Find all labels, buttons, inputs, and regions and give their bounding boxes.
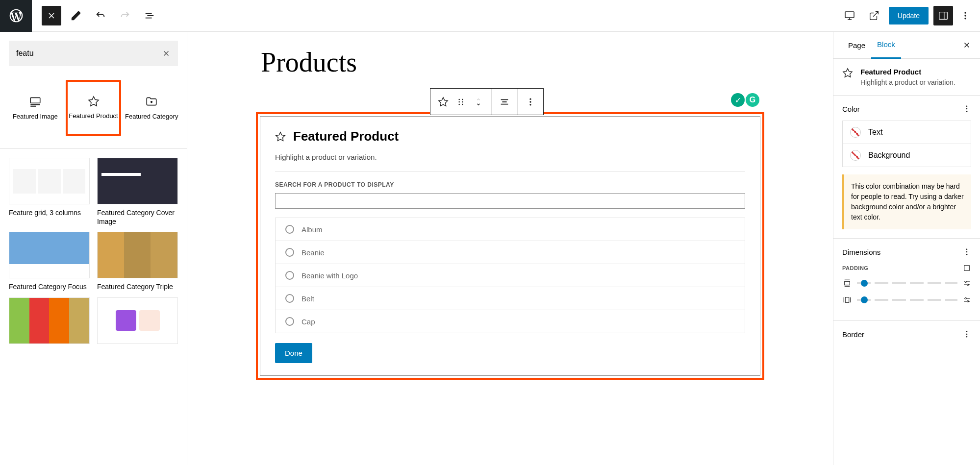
svg-point-8 bbox=[458, 101, 460, 102]
product-option[interactable]: Cap bbox=[276, 310, 745, 333]
product-search-input[interactable] bbox=[275, 193, 745, 209]
block-item-featured-product[interactable]: Featured Product bbox=[66, 80, 122, 136]
pattern-label: Featured Category Triple bbox=[97, 282, 178, 291]
svg-point-36 bbox=[967, 301, 969, 302]
svg-point-11 bbox=[462, 101, 463, 102]
svg-point-5 bbox=[964, 18, 966, 19]
settings-icon[interactable] bbox=[962, 279, 971, 288]
color-label: Background bbox=[868, 151, 910, 160]
section-menu-icon[interactable] bbox=[962, 247, 971, 256]
pattern-thumb bbox=[9, 158, 90, 204]
product-option[interactable]: Album bbox=[276, 218, 745, 241]
contrast-warning: This color combination may be hard for p… bbox=[842, 174, 971, 229]
options-menu[interactable] bbox=[958, 6, 973, 25]
product-list: Album Beanie Beanie with Logo Belt Cap bbox=[275, 218, 745, 333]
section-title: Dimensions bbox=[842, 248, 880, 256]
unlink-icon[interactable] bbox=[962, 264, 971, 272]
external-link-icon[interactable] bbox=[864, 6, 884, 25]
editor-canvas: Products bbox=[187, 32, 833, 465]
svg-point-17 bbox=[966, 108, 968, 110]
block-search-input[interactable] bbox=[16, 49, 162, 58]
pattern-item[interactable]: Featured Category Cover Image bbox=[97, 158, 178, 226]
color-section: Color Text Background This color combina… bbox=[833, 96, 980, 239]
pattern-item[interactable] bbox=[9, 297, 90, 348]
product-option[interactable]: Beanie with Logo bbox=[276, 264, 745, 287]
done-button[interactable]: Done bbox=[275, 343, 312, 363]
drag-handle-icon[interactable] bbox=[452, 93, 470, 111]
svg-rect-23 bbox=[845, 281, 850, 285]
settings-sidebar: Page Block Featured Product Highlight a … bbox=[833, 32, 980, 465]
tab-block[interactable]: Block bbox=[871, 32, 901, 59]
pattern-thumb bbox=[9, 232, 90, 278]
color-background-row[interactable]: Background bbox=[842, 144, 971, 167]
block-item-featured-image[interactable]: Featured Image bbox=[7, 80, 63, 136]
pattern-item[interactable] bbox=[97, 297, 178, 348]
settings-panel-toggle[interactable] bbox=[933, 6, 953, 25]
search-label: SEARCH FOR A PRODUCT TO DISPLAY bbox=[275, 181, 745, 188]
svg-point-3 bbox=[964, 12, 966, 14]
svg-point-37 bbox=[966, 331, 968, 332]
toolbar-left bbox=[32, 6, 159, 25]
pattern-thumb bbox=[97, 158, 178, 204]
padding-horizontal-slider[interactable] bbox=[842, 295, 971, 305]
pattern-results: Feature grid, 3 columns Featured Categor… bbox=[0, 149, 187, 357]
update-button[interactable]: Update bbox=[889, 7, 929, 24]
color-text-row[interactable]: Text bbox=[842, 121, 971, 144]
list-view-button[interactable] bbox=[140, 6, 159, 25]
pattern-item[interactable]: Featured Category Triple bbox=[97, 232, 178, 291]
undo-button[interactable] bbox=[91, 6, 110, 25]
product-option[interactable]: Belt bbox=[276, 287, 745, 310]
page-title[interactable]: Products bbox=[202, 32, 818, 78]
section-title: Color bbox=[842, 105, 860, 113]
move-buttons[interactable] bbox=[470, 93, 487, 111]
settings-icon[interactable] bbox=[962, 295, 971, 304]
svg-point-20 bbox=[966, 251, 968, 253]
grammarly-badge-icon[interactable]: G bbox=[746, 93, 759, 107]
align-button[interactable] bbox=[496, 93, 513, 111]
svg-point-35 bbox=[965, 298, 966, 299]
search-input-wrap bbox=[9, 41, 178, 66]
edit-icon[interactable] bbox=[66, 6, 86, 25]
pattern-thumb bbox=[97, 297, 178, 344]
desktop-view-icon[interactable] bbox=[840, 6, 859, 25]
block-info-section: Featured Product Highlight a product or … bbox=[833, 59, 980, 96]
block-item-featured-category[interactable]: Featured Category bbox=[124, 80, 179, 136]
block-label: Featured Image bbox=[13, 113, 58, 121]
block-toolbar bbox=[430, 88, 544, 115]
sidebar-tabs: Page Block bbox=[833, 32, 980, 59]
pattern-label: Featured Category Focus bbox=[9, 282, 90, 291]
toolbar-right: Update bbox=[840, 6, 980, 25]
wp-logo[interactable] bbox=[0, 0, 32, 32]
radio-icon bbox=[285, 271, 294, 280]
svg-point-38 bbox=[966, 334, 968, 335]
section-title: Border bbox=[842, 330, 864, 339]
pattern-item[interactable]: Featured Category Focus bbox=[9, 232, 90, 291]
svg-point-18 bbox=[966, 111, 968, 112]
block-type-icon[interactable] bbox=[434, 93, 452, 111]
close-inserter-button[interactable] bbox=[42, 6, 61, 25]
jetpack-badge-icon[interactable]: ✓ bbox=[731, 93, 745, 107]
block-label: Featured Product bbox=[69, 112, 118, 121]
svg-point-19 bbox=[966, 248, 968, 250]
svg-point-39 bbox=[966, 336, 968, 338]
section-menu-icon[interactable] bbox=[962, 104, 971, 113]
section-menu-icon[interactable] bbox=[962, 330, 971, 339]
radio-icon bbox=[285, 294, 294, 303]
svg-point-4 bbox=[964, 15, 966, 16]
svg-point-15 bbox=[529, 104, 531, 105]
close-sidebar-icon[interactable] bbox=[962, 41, 971, 49]
folder-icon bbox=[145, 95, 158, 108]
radio-icon bbox=[285, 317, 294, 326]
padding-vertical-slider[interactable] bbox=[842, 278, 971, 288]
block-label: Featured Category bbox=[125, 113, 178, 121]
product-option[interactable]: Beanie bbox=[276, 241, 745, 264]
border-section: Border bbox=[833, 321, 980, 347]
pattern-item[interactable]: Feature grid, 3 columns bbox=[9, 158, 90, 226]
block-inserter-panel: Featured Image Featured Product Featured… bbox=[0, 32, 187, 465]
svg-rect-30 bbox=[845, 297, 849, 303]
star-icon bbox=[275, 131, 286, 142]
block-options-icon[interactable] bbox=[522, 93, 539, 111]
tab-page[interactable]: Page bbox=[842, 32, 871, 59]
clear-search-icon[interactable] bbox=[162, 49, 171, 58]
color-swatch-icon bbox=[850, 150, 861, 161]
